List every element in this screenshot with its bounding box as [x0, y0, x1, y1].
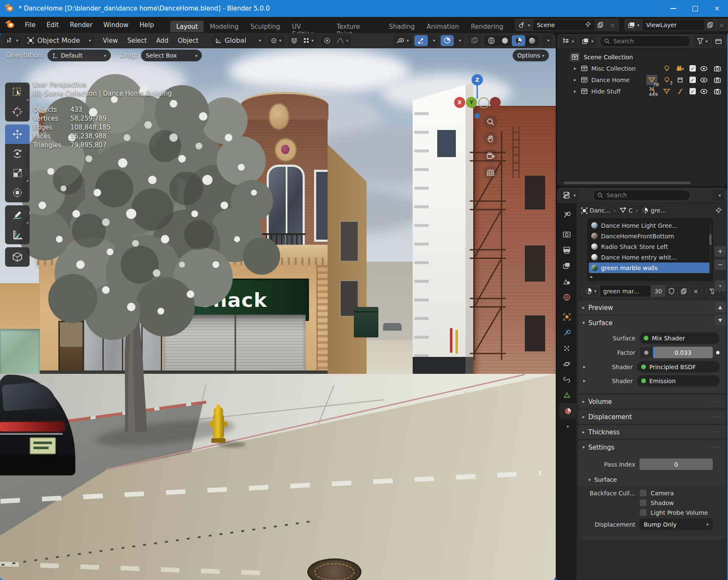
props-tab-material[interactable] [559, 403, 576, 419]
options-dropdown[interactable]: Options▾ [513, 50, 549, 61]
props-tab-output[interactable] [557, 242, 576, 258]
exclude-checkbox[interactable]: ✓ [689, 65, 696, 72]
menu-file[interactable]: File [19, 21, 41, 29]
proportional-editing-icon[interactable] [321, 35, 334, 46]
menu-help[interactable]: Help [134, 21, 160, 29]
move-slot-up-button[interactable]: ▲ [714, 301, 726, 313]
unlink-material-icon[interactable]: × [690, 285, 702, 297]
gizmo-x-axis[interactable]: X [454, 97, 465, 108]
material-slot[interactable]: Dance Home Light Gree... [589, 220, 711, 231]
pan-hand-icon[interactable] [483, 132, 498, 146]
outliner-row-dance-home[interactable]: ▸ Dance Home 78 3 ✓ [557, 74, 727, 86]
shading-wireframe-icon[interactable] [485, 35, 498, 46]
outliner-search-input[interactable] [612, 37, 687, 45]
resize-grip[interactable]: ···· [649, 273, 659, 280]
menu-view[interactable]: View [98, 37, 123, 44]
slot-specials-dropdown[interactable]: ▾ [714, 280, 726, 292]
panel-settings-header[interactable]: ▾Settings···· [578, 440, 725, 454]
outliner-filter-icon[interactable]: ▾ [694, 36, 711, 47]
outliner-display-mode-icon[interactable]: ▾ [579, 36, 596, 47]
hide-eye-icon[interactable] [700, 66, 708, 71]
props-tab-render[interactable] [557, 226, 576, 242]
light-probe-checkbox[interactable] [640, 509, 647, 516]
tool-add-cube[interactable] [5, 247, 30, 267]
scene-selector[interactable]: ▾ Scene × [515, 19, 618, 30]
workspace-tab-modeling[interactable]: Modeling [204, 21, 244, 32]
tool-measure[interactable] [5, 225, 30, 244]
gizmo-y-axis[interactable]: Y [466, 97, 477, 108]
viewlayer-browse-icon[interactable]: ▾ [625, 19, 643, 31]
pivot-point-dropdown[interactable]: ▾ [267, 35, 284, 46]
factor-socket-button[interactable] [640, 346, 653, 359]
props-tab-tool[interactable] [557, 207, 576, 222]
visibility-dropdown[interactable]: ▾ [393, 35, 412, 46]
tool-transform[interactable] [5, 183, 30, 202]
surface-shader-button[interactable]: Mix Shader [640, 332, 720, 344]
gizmo-neg-x-axis[interactable] [490, 97, 501, 108]
blender-menu-icon[interactable] [6, 20, 15, 30]
viewport-3d[interactable]: ▾ Object Mode▾ View Select Add Object Gl… [0, 33, 556, 580]
breadcrumb-material[interactable]: gre... [651, 207, 666, 214]
outliner-label[interactable]: Dance Home [591, 77, 629, 83]
workspace-tab-layout[interactable]: Layout [170, 21, 204, 32]
transform-orientation-dropdown[interactable]: Global▾ [212, 35, 264, 46]
props-tab-scene[interactable] [557, 273, 576, 289]
panel-surface-header[interactable]: ▾Surface···· [578, 316, 725, 330]
panel-volume-header[interactable]: ▸Volume···· [578, 395, 725, 409]
material-slot[interactable]: DanceHomeFrontBottom [589, 231, 711, 241]
properties-search-input[interactable] [606, 191, 686, 199]
panel-displacement-header[interactable]: ▸Displacement···· [578, 410, 725, 424]
outliner-row-scene-collection[interactable]: Scene Collection [557, 51, 727, 63]
zoom-icon[interactable] [483, 115, 498, 129]
proportional-falloff-dropdown[interactable]: ▾ [334, 35, 351, 46]
scene-copy-icon[interactable] [595, 19, 607, 31]
panel-preview-header[interactable]: ▸Preview···· [578, 301, 725, 315]
shader2-expand-icon[interactable]: ▸ [583, 378, 589, 384]
viewlayer-copy-icon[interactable] [704, 19, 716, 31]
new-collection-icon[interactable] [712, 36, 725, 47]
props-tab-modifiers[interactable] [557, 325, 576, 340]
material-slot[interactable]: Dance Home entry whit... [589, 252, 711, 262]
menu-add[interactable]: Add [152, 37, 173, 44]
outliner-search[interactable] [600, 36, 691, 47]
factor-slider[interactable]: 0.033 [653, 347, 713, 358]
pin-icon[interactable] [585, 22, 591, 29]
sidebar-collapse-icon[interactable]: ‹ [499, 75, 502, 84]
workspace-tab-shading[interactable]: Shading [383, 21, 421, 32]
navigation-gizmo[interactable]: Z X Y [440, 61, 512, 124]
props-tab-data[interactable] [557, 387, 576, 403]
shading-solid-icon[interactable] [498, 35, 512, 46]
maximize-button[interactable] [684, 0, 706, 17]
slot-scrollbar[interactable] [709, 222, 711, 273]
material-slot-selected[interactable]: green marble walls [589, 262, 711, 273]
shading-rendered-icon[interactable] [525, 35, 539, 46]
menu-edit[interactable]: Edit [41, 21, 64, 29]
tool-cursor[interactable] [5, 102, 30, 122]
scene-name[interactable]: Scene [537, 22, 555, 28]
scene-browse-icon[interactable]: ▾ [515, 19, 533, 31]
menu-render[interactable]: Render [64, 21, 98, 29]
snap-settings-dropdown[interactable]: ▾ [300, 35, 317, 46]
shading-material-icon[interactable] [512, 35, 525, 46]
xray-toggle-icon[interactable] [468, 35, 481, 46]
gizmo-z-axis[interactable]: Z [472, 74, 483, 86]
fake-user-shield-icon[interactable] [665, 285, 678, 297]
expand-icon[interactable]: ▸ [574, 88, 580, 94]
outliner-label[interactable]: Misc Collection [591, 65, 636, 72]
outliner-row-misc-collection[interactable]: ▸ Misc Collection ✓ [557, 63, 727, 74]
shader2-value-button[interactable]: Emission [637, 375, 720, 387]
tool-annotate[interactable] [5, 205, 30, 225]
shadow-checkbox[interactable] [640, 499, 647, 506]
panel-grip[interactable]: ···· [711, 398, 721, 405]
drag-dropdown[interactable]: Select Box▾ [141, 50, 202, 61]
props-tab-physics[interactable] [557, 356, 576, 372]
animate-decorator-dot[interactable] [716, 351, 720, 354]
material-slot[interactable]: Radio Shack Store Left [589, 241, 711, 252]
panel-grip[interactable]: ···· [711, 429, 721, 435]
camera-view-icon[interactable] [483, 149, 498, 163]
props-tab-world[interactable] [557, 289, 576, 305]
props-tab-constraints[interactable] [557, 372, 576, 387]
tool-select-box[interactable] [5, 83, 30, 102]
move-slot-down-button[interactable]: ▼ [714, 314, 726, 326]
workspace-tab-animation[interactable]: Animation [421, 21, 465, 32]
